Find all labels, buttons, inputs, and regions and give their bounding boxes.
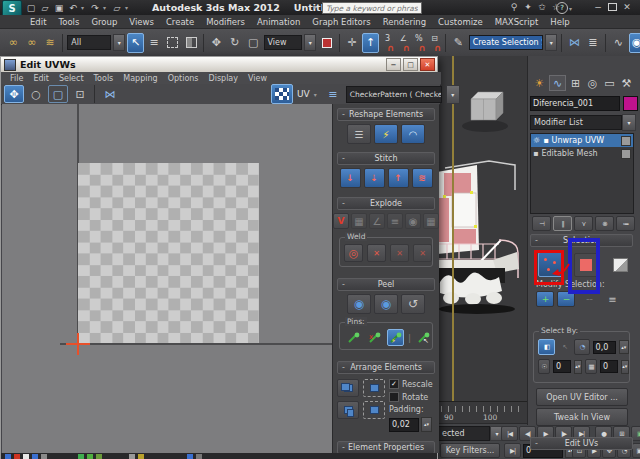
stack-item-editable-mesh[interactable]: ▪ Editable Mesh — [531, 147, 633, 160]
grow-selection-icon[interactable]: + — [536, 291, 554, 307]
pin-stack-icon[interactable]: ⊣ — [532, 216, 551, 231]
snap-toggle-3d-icon[interactable]: 3∩ — [381, 34, 395, 52]
mini-toolbar-icon[interactable] — [32, 454, 38, 459]
dialog-menu-tools[interactable]: Tools — [89, 74, 119, 83]
select-and-link-icon[interactable]: ∞ — [5, 33, 21, 53]
texture-pattern-dropdown-arrow[interactable]: ▾ — [446, 85, 460, 104]
rearrange-all-icon[interactable] — [363, 401, 385, 419]
reference-coordinate-dropdown-arrow[interactable]: ▾ — [304, 34, 316, 51]
help-icon[interactable]: ? — [556, 2, 568, 14]
mirror-icon[interactable]: ⋈ — [566, 33, 582, 53]
go-to-start-icon[interactable]: |◀ — [501, 426, 518, 441]
menu-maxscript[interactable]: MAXScript — [489, 17, 545, 27]
window-crossing-icon[interactable] — [183, 33, 199, 53]
dialog-menu-view[interactable]: View — [243, 74, 272, 83]
workspace-dropdown-icon[interactable]: ▾ — [125, 4, 131, 11]
planar-angle-spinner[interactable]: ▴▾ — [619, 340, 629, 354]
new-scene-icon[interactable]: ▢ — [25, 2, 37, 14]
bind-to-spacewarp-icon[interactable]: ≋ — [42, 33, 58, 53]
break-icon[interactable]: V — [333, 213, 349, 229]
dialog-title-bar[interactable]: Edit UVWs − □ ✕ — [1, 57, 437, 72]
spinner-snap-icon[interactable]: ⊟∩ — [428, 34, 442, 52]
dialog-menu-file[interactable]: File — [5, 74, 28, 83]
stack-item-button[interactable] — [621, 136, 631, 146]
tab-hierarchy-icon[interactable]: ⊞ — [568, 76, 583, 90]
rotate-checkbox[interactable] — [389, 392, 399, 402]
mini-toolbar-icon[interactable] — [87, 454, 93, 459]
arrange-elements-header[interactable]: -Arrange Elements — [337, 361, 435, 374]
train-model[interactable] — [437, 148, 529, 316]
uv-space-label[interactable]: UV — [297, 89, 310, 99]
peel-mode-icon[interactable]: ◉ — [374, 294, 398, 314]
mini-toolbar-icon[interactable] — [23, 454, 29, 459]
menu-tools[interactable]: Tools — [52, 17, 85, 27]
uv-mirror-icon[interactable]: ⋈ — [99, 85, 121, 103]
padding-spinner[interactable]: ▴▾ — [421, 417, 432, 432]
edit-uvs-rollout-header[interactable]: - Edit UVs — [530, 437, 633, 450]
quick-peel-icon[interactable]: ◉ — [347, 294, 371, 314]
open-uv-editor-button[interactable]: Open UV Editor ... — [536, 388, 628, 406]
texture-pattern-dropdown[interactable]: CheckerPattern ( Checker ) — [346, 86, 442, 103]
padding-field[interactable]: 0,02 — [389, 418, 419, 432]
object-color-swatch[interactable] — [623, 96, 638, 111]
menu-graph-editors[interactable]: Graph Editors — [306, 17, 376, 27]
named-selection-sets-dropdown[interactable]: Create Selection Se — [469, 35, 543, 50]
edge-loop-icon[interactable]: ≡ — [603, 291, 621, 307]
make-unique-icon[interactable]: ⋎ — [574, 216, 593, 231]
uv-freeform-icon[interactable]: ⊡ — [70, 85, 90, 103]
stack-item-button[interactable] — [621, 149, 631, 159]
mini-toolbar-icon[interactable] — [196, 454, 202, 459]
selection-filter-dropdown-arrow[interactable]: ▾ — [113, 34, 125, 51]
visibility-lamp-icon[interactable]: ☼ — [533, 136, 540, 145]
subscription-key-icon[interactable]: ✦ — [522, 1, 534, 13]
next-key-icon[interactable]: ▶| — [504, 443, 521, 458]
dialog-menu-options[interactable]: Options — [163, 74, 204, 83]
menu-help[interactable]: Help — [544, 17, 575, 27]
stitch-target-icon[interactable]: ≋ — [412, 168, 433, 188]
reference-coordinate-dropdown[interactable]: View — [264, 35, 303, 50]
reset-peel-icon[interactable]: ↺ — [401, 294, 425, 314]
menu-group[interactable]: Group — [85, 17, 123, 27]
select-and-rotate-icon[interactable]: ↻ — [227, 33, 243, 53]
tab-utilities-icon[interactable]: ⚒ — [619, 76, 634, 90]
select-and-move-icon[interactable]: ✥ — [208, 33, 224, 53]
use-pivot-center-icon[interactable] — [318, 33, 334, 53]
stitch-average-icon[interactable]: ⇣ — [364, 168, 385, 188]
pin-select-icon[interactable]: ↖ — [415, 329, 432, 346]
menu-views[interactable]: Views — [123, 17, 160, 27]
maximize-viewport-icon[interactable]: ▣ — [632, 443, 640, 458]
select-by-smoothing-group-icon[interactable]: ☉ — [538, 359, 550, 374]
dialog-minimize-button[interactable]: − — [386, 58, 401, 71]
dialog-menu-select[interactable]: Select — [54, 74, 89, 83]
matid-spinner[interactable]: ▴▾ — [621, 360, 629, 374]
explode-edges-icon[interactable]: ∠ — [369, 213, 385, 229]
redo-icon[interactable]: ↷ — [89, 2, 101, 14]
align-icon[interactable]: ≣ — [585, 33, 601, 53]
show-map-toggle-icon[interactable] — [271, 84, 293, 104]
mini-toolbar-icon[interactable] — [138, 454, 144, 459]
target-weld-icon[interactable]: ◎ — [344, 244, 363, 262]
pack-together-icon[interactable] — [337, 401, 359, 419]
object-name-field[interactable]: Diferencia_001 — [530, 96, 620, 111]
angle-snap-icon[interactable]: ∠∩ — [396, 34, 410, 52]
named-selection-sets-dropdown-arrow[interactable]: ▾ — [545, 34, 557, 51]
element-toggle-button[interactable] — [608, 253, 632, 277]
dialog-menu-display[interactable]: Display — [204, 74, 244, 83]
select-by-matid-icon[interactable]: ▦ — [585, 359, 597, 374]
uv-move-icon[interactable]: ✥ — [4, 85, 24, 103]
stack-item-unwrap-uvw[interactable]: ☼ ▪ Unwrap UVW — [531, 134, 633, 147]
unlink-selection-icon[interactable]: ∞ — [23, 33, 39, 53]
relax-until-flat-icon[interactable]: ☰ — [347, 124, 371, 144]
select-object-button[interactable]: ↖ — [127, 33, 143, 53]
dialog-close-button[interactable]: ✕ — [420, 58, 435, 71]
tab-create-icon[interactable]: ☀ — [532, 76, 547, 90]
mini-toolbar-icon[interactable] — [5, 454, 11, 459]
edit-named-selection-sets-icon[interactable]: ✎ — [450, 33, 466, 53]
straighten-selection-icon[interactable]: ◠ — [401, 124, 425, 144]
undo-icon[interactable]: ↶ — [67, 2, 79, 14]
search-icon[interactable]: ⚲ — [508, 1, 520, 13]
expand-icon[interactable]: ▪ — [543, 136, 548, 145]
explode-sphere-icon[interactable]: ◉ — [405, 213, 421, 229]
modifier-list-dropdown[interactable]: Modifier List — [530, 115, 622, 130]
explode-flatten-icon[interactable]: ▦ — [423, 213, 439, 229]
